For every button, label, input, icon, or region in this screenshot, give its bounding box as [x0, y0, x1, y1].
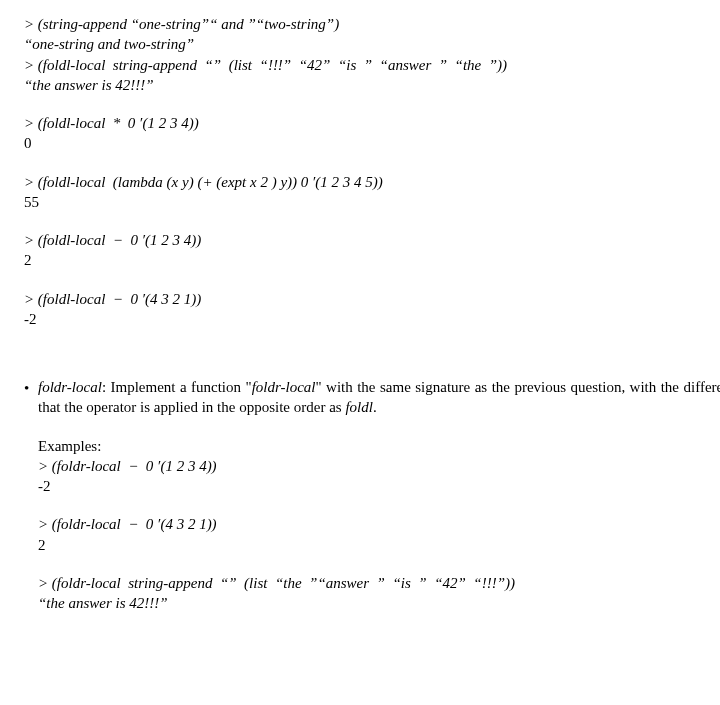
desc-text: .: [373, 399, 377, 415]
repl-input: > (string-append “one-string”“ and ”“two…: [24, 14, 720, 34]
repl-input: > (foldl-local string-append “” (list “!…: [24, 55, 720, 75]
repl-input: > (foldl-local − 0 ′(4 3 2 1)): [24, 289, 720, 309]
repl-input: > (foldl-local * 0 ′(1 2 3 4)): [24, 113, 720, 133]
repl-output: -2: [38, 476, 720, 496]
foldl-word: foldl: [345, 399, 373, 415]
examples-label: Examples:: [38, 436, 720, 456]
example-block: > (foldl-local − 0 ′(1 2 3 4)) 2: [24, 230, 720, 271]
desc-text: : Implement a function ": [102, 379, 252, 395]
example-block: > (foldr-local − 0 ′(1 2 3 4)) -2: [38, 456, 720, 497]
example-block: > (foldl-local * 0 ′(1 2 3 4)) 0: [24, 113, 720, 154]
repl-input: > (foldr-local − 0 ′(1 2 3 4)): [38, 456, 720, 476]
repl-output: 2: [24, 250, 720, 270]
repl-output: 0: [24, 133, 720, 153]
repl-output: “one-string and two-string”: [24, 34, 720, 54]
example-block: > (foldr-local − 0 ′(4 3 2 1)) 2: [38, 514, 720, 555]
repl-output: -2: [24, 309, 720, 329]
repl-output: “the answer is 42!!!”: [24, 75, 720, 95]
function-name: foldr-local: [38, 379, 102, 395]
repl-output: 55: [24, 192, 720, 212]
repl-input: > (foldr-local − 0 ′(4 3 2 1)): [38, 514, 720, 534]
bullet-text: foldr-local: Implement a function "foldr…: [38, 377, 720, 418]
example-block: > (foldr-local string-append “” (list “t…: [38, 573, 720, 614]
bullet-icon: •: [24, 377, 38, 398]
repl-input: > (foldl-local − 0 ′(1 2 3 4)): [24, 230, 720, 250]
repl-input: > (foldl-local (lambda (x y) (+ (expt x …: [24, 172, 720, 192]
example-block: > (foldl-local (lambda (x y) (+ (expt x …: [24, 172, 720, 213]
repl-input: > (foldr-local string-append “” (list “t…: [38, 573, 720, 593]
repl-output: 2: [38, 535, 720, 555]
example-block: > (string-append “one-string”“ and ”“two…: [24, 14, 720, 95]
repl-output: “the answer is 42!!!”: [38, 593, 720, 613]
bullet-item-foldr-local: • foldr-local: Implement a function "fol…: [24, 377, 720, 418]
function-name-inline: foldr-local: [252, 379, 316, 395]
example-block: > (foldl-local − 0 ′(4 3 2 1)) -2: [24, 289, 720, 330]
